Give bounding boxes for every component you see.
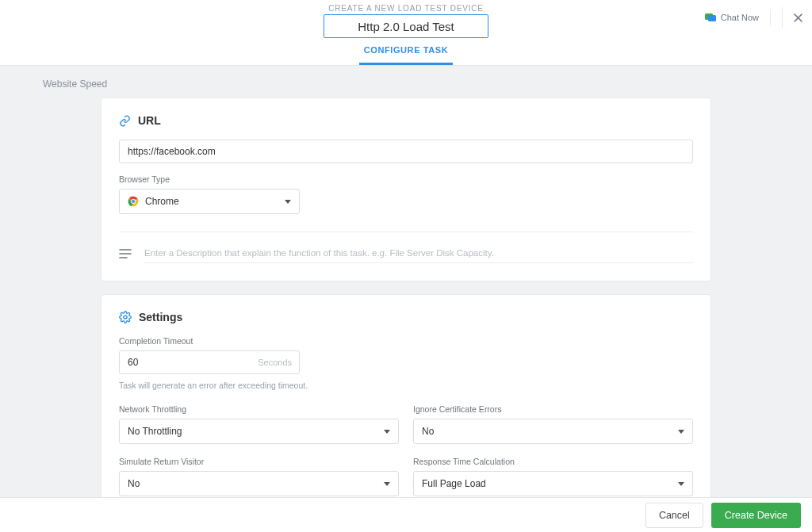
chat-icon <box>705 13 717 23</box>
completion-timeout-help: Task will generate an error after exceed… <box>119 381 693 390</box>
response-calc-value: Full Page Load <box>422 478 486 489</box>
network-throttling-select[interactable]: No Throttling <box>119 419 399 444</box>
close-button[interactable] <box>782 7 802 28</box>
url-section-title: URL <box>138 114 161 127</box>
simulate-return-select[interactable]: No <box>119 471 399 496</box>
description-icon <box>119 249 132 258</box>
browser-type-select[interactable]: Chrome <box>119 189 300 214</box>
tab-configure-task[interactable]: CONFIGURE TASK <box>359 39 454 65</box>
chevron-down-icon <box>285 200 291 204</box>
chevron-down-icon <box>678 482 684 486</box>
divider <box>119 232 693 232</box>
device-name-wrap <box>0 14 812 38</box>
completion-timeout-label: Completion Timeout <box>119 336 693 346</box>
network-throttling-label: Network Throttling <box>119 404 399 414</box>
response-calc-label: Response Time Calculation <box>413 457 693 466</box>
svg-point-6 <box>132 200 135 203</box>
content-area[interactable]: Website Speed URL Browser Type <box>0 66 812 497</box>
header-actions: Chat Now <box>705 7 802 28</box>
description-input[interactable] <box>144 243 693 263</box>
url-card: URL Browser Type Chrome <box>101 98 711 281</box>
chevron-down-icon <box>384 430 390 434</box>
ignore-cert-select[interactable]: No <box>413 419 693 444</box>
network-throttling-value: No Throttling <box>128 426 182 437</box>
chrome-icon <box>128 196 139 207</box>
browser-type-value: Chrome <box>145 196 179 207</box>
settings-section-header: Settings <box>119 311 693 323</box>
url-input[interactable] <box>119 140 693 163</box>
modal-header: CREATE A NEW LOAD TEST DEVICE CONFIGURE … <box>0 0 812 66</box>
gear-icon <box>119 311 132 323</box>
chat-now-label: Chat Now <box>721 13 759 22</box>
chevron-down-icon <box>678 430 684 434</box>
cancel-button[interactable]: Cancel <box>645 503 703 528</box>
svg-rect-1 <box>708 15 716 21</box>
link-icon <box>119 115 131 127</box>
create-device-button[interactable]: Create Device <box>711 503 801 528</box>
settings-card: Settings Completion Timeout Seconds Task… <box>101 294 711 497</box>
tab-bar: CONFIGURE TASK <box>0 39 812 65</box>
svg-point-10 <box>124 316 127 319</box>
simulate-return-value: No <box>128 478 140 489</box>
chevron-down-icon <box>384 482 390 486</box>
completion-timeout-wrap: Seconds <box>119 350 300 374</box>
modal-title: CREATE A NEW LOAD TEST DEVICE <box>0 0 812 13</box>
chat-now-button[interactable]: Chat Now <box>705 13 759 23</box>
url-section-header: URL <box>119 114 693 127</box>
breadcrumb: Website Speed <box>0 66 812 98</box>
response-calc-select[interactable]: Full Page Load <box>413 471 693 496</box>
modal-footer: Cancel Create Device <box>0 497 812 532</box>
completion-timeout-suffix: Seconds <box>258 350 292 374</box>
close-icon <box>793 13 803 23</box>
simulate-return-label: Simulate Return Visitor <box>119 457 399 466</box>
description-row <box>119 243 693 263</box>
ignore-cert-label: Ignore Certificate Errors <box>413 404 693 414</box>
browser-type-label: Browser Type <box>119 174 693 184</box>
settings-section-title: Settings <box>139 311 182 323</box>
device-name-input[interactable] <box>324 14 488 38</box>
ignore-cert-value: No <box>422 426 434 437</box>
divider <box>770 10 771 25</box>
